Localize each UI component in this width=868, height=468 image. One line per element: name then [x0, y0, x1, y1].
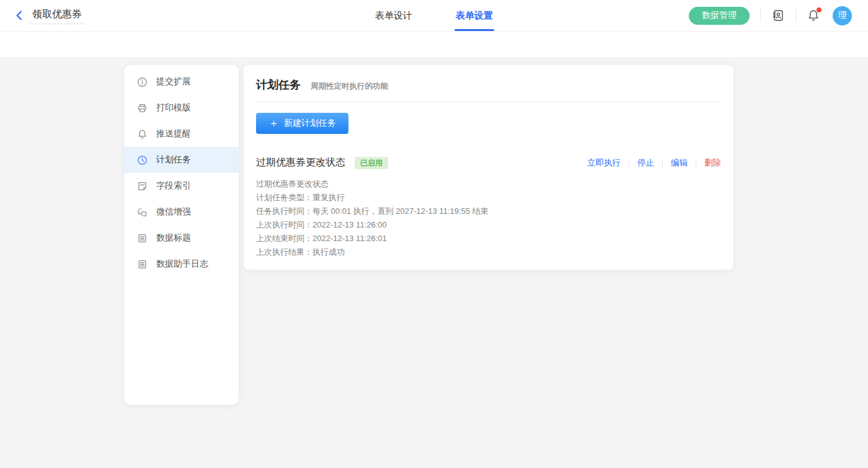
task-row: 过期优惠券更改状态 已启用 立即执行 停止 编辑 删除	[256, 156, 721, 169]
sidebar-item-label: 数据标题	[156, 232, 191, 244]
sidebar-item-label: 数据助手日志	[156, 258, 208, 270]
list-icon	[137, 233, 148, 244]
divider	[760, 9, 761, 22]
list-icon	[137, 259, 148, 270]
notification-bell-icon[interactable]	[807, 9, 820, 22]
task-actions: 立即执行 停止 编辑 删除	[587, 157, 721, 169]
back-icon[interactable]	[12, 9, 26, 22]
topbar-left: 领取优惠券	[0, 7, 84, 24]
sidebar-item-data-title[interactable]: 数据标题	[124, 225, 239, 251]
info-icon	[137, 77, 148, 87]
sidebar-item-push-reminder[interactable]: 推送提醒	[124, 121, 239, 147]
detail-exec-schedule: 任务执行时间：每天 00:01 执行，直到 2027-12-13 11:19:5…	[256, 205, 721, 218]
clock-icon	[137, 155, 148, 166]
stop-link[interactable]: 停止	[637, 157, 654, 169]
detail-last-result: 上次执行结果：执行成功	[256, 245, 721, 259]
sidebar-item-submit-extension[interactable]: 提交扩展	[124, 69, 239, 95]
sub-header-band	[0, 32, 868, 57]
settings-sidebar: 提交扩展 打印模版 推送提醒 计划任务 字段索引	[124, 65, 239, 405]
sidebar-item-label: 微信增强	[156, 206, 191, 218]
new-task-button-label: 新建计划任务	[284, 118, 336, 129]
divider	[629, 159, 629, 167]
avatar[interactable]: 理	[833, 6, 852, 25]
sidebar-item-data-assistant-log[interactable]: 数据助手日志	[124, 251, 239, 277]
new-scheduled-task-button[interactable]: ＋ 新建计划任务	[256, 113, 348, 134]
panel-header: 计划任务 周期性定时执行的功能	[256, 65, 721, 102]
sidebar-item-field-index[interactable]: 字段索引	[124, 173, 239, 199]
panel-title: 计划任务	[256, 77, 301, 92]
divider	[795, 9, 796, 22]
run-now-link[interactable]: 立即执行	[587, 157, 621, 169]
data-manage-button[interactable]: 数据管理	[689, 7, 750, 25]
bell-icon	[137, 129, 148, 139]
sidebar-item-label: 字段索引	[156, 180, 191, 192]
plus-icon: ＋	[268, 118, 279, 128]
file-icon	[137, 181, 148, 192]
printer-icon	[137, 103, 148, 113]
sidebar-item-wechat-enhance[interactable]: 微信增强	[124, 199, 239, 225]
edit-link[interactable]: 编辑	[671, 157, 688, 169]
sidebar-item-label: 计划任务	[156, 154, 191, 166]
detail-last-end-time: 上次结束时间：2022-12-13 11:26:01	[256, 232, 721, 245]
address-book-icon[interactable]	[771, 9, 785, 22]
top-bar: 领取优惠券 表单设计 表单设置 数据管理 理	[0, 0, 868, 32]
notification-dot	[817, 7, 822, 12]
scheduled-tasks-panel: 计划任务 周期性定时执行的功能 ＋ 新建计划任务 过期优惠券更改状态 已启用 立…	[244, 65, 733, 270]
task-details: 过期优惠券更改状态 计划任务类型：重复执行 任务执行时间：每天 00:01 执行…	[256, 177, 721, 259]
task-name: 过期优惠券更改状态	[256, 156, 345, 169]
sidebar-item-label: 提交扩展	[156, 76, 191, 87]
sidebar-item-label: 推送提醒	[156, 128, 191, 139]
wechat-icon	[137, 207, 148, 218]
divider	[662, 159, 663, 167]
form-title[interactable]: 领取优惠券	[30, 7, 84, 24]
detail-task-name: 过期优惠券更改状态	[256, 177, 721, 191]
sidebar-item-scheduled-tasks[interactable]: 计划任务	[124, 147, 239, 173]
panel-subtitle: 周期性定时执行的功能	[311, 81, 388, 92]
sidebar-item-print-template[interactable]: 打印模版	[124, 95, 239, 121]
tab-form-settings[interactable]: 表单设置	[456, 0, 493, 31]
sidebar-item-label: 打印模版	[156, 102, 191, 113]
delete-link[interactable]: 删除	[704, 157, 721, 169]
center-tabs: 表单设计 表单设置	[375, 0, 493, 31]
status-badge: 已启用	[355, 157, 388, 169]
tab-form-design[interactable]: 表单设计	[375, 0, 412, 31]
detail-last-exec-time: 上次执行时间：2022-12-13 11:26:00	[256, 218, 721, 232]
detail-task-type: 计划任务类型：重复执行	[256, 191, 721, 205]
divider	[696, 159, 696, 167]
topbar-right: 数据管理 理	[689, 6, 868, 25]
